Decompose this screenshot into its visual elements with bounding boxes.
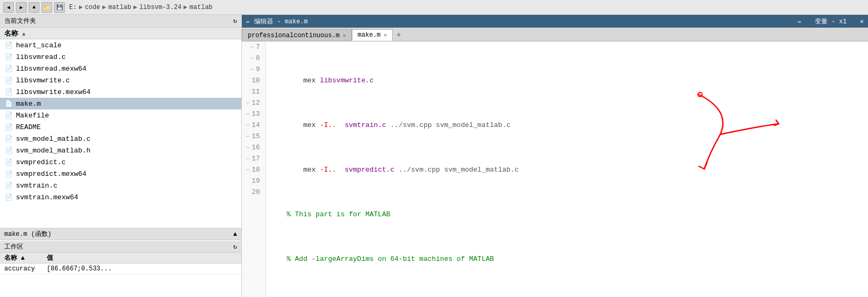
var-value: [86.6667;0.533... (47, 265, 237, 273)
functions-label: make.m (函数) (4, 230, 52, 239)
workspace-panel-header: 工作区 ↻ (0, 241, 241, 253)
vars-close-btn[interactable]: ✕ (860, 18, 864, 26)
functions-panel-header: make.m (函数) ▲ (0, 228, 241, 240)
code-line-11: % Add -largeArrayDims on 64-bit machines… (270, 253, 868, 265)
file-name: libsvmread.c (16, 53, 66, 61)
tab-make[interactable]: make.m ✕ (352, 29, 393, 41)
list-item[interactable]: libsvmread.mexw64 (0, 63, 241, 74)
file-name: svm_model_matlab.c (16, 135, 90, 143)
code-line-7: mex libsvmwrite.c (270, 75, 868, 86)
save-button[interactable]: 💾 (54, 2, 65, 13)
code-line-9: mex -I.. svmpredict.c ../svm.cpp svm_mod… (270, 164, 868, 175)
file-name: heart_scale (16, 41, 62, 49)
list-item[interactable]: heart_scale (0, 39, 241, 51)
file-icon (4, 88, 13, 96)
current-folder-label: 当前文件夹 (4, 16, 36, 26)
list-item[interactable]: svm_model_matlab.h (0, 145, 241, 156)
line-num-15: —15 (242, 131, 262, 142)
tab-professional-label: professionalcontinuous.m (248, 32, 340, 39)
line-num-8: —8 (242, 53, 262, 64)
file-list-header: 名称 ▲ (0, 28, 241, 39)
file-name: make.m (16, 100, 41, 108)
var-name: accuracy (4, 265, 47, 273)
workspace-table: 名称 ▲ 值 accuracy [86.6667;0.533... (0, 253, 241, 297)
file-icon (4, 111, 13, 120)
line-num-17: —17 (242, 153, 262, 164)
line-num-11: 11 (242, 86, 262, 97)
tab-make-close-icon[interactable]: ✕ (384, 32, 387, 38)
file-name: svmpredict.c (16, 158, 66, 166)
file-icon (4, 146, 13, 155)
list-item[interactable]: Makefile (0, 109, 241, 121)
list-item[interactable]: README (0, 121, 241, 133)
tab-professional[interactable]: professionalcontinuous.m ✕ (242, 29, 352, 41)
main-layout: 当前文件夹 ↻ 名称 ▲ heart_scale libsvmread.c li… (0, 15, 868, 297)
list-item[interactable]: svmtrain.c (0, 180, 241, 191)
list-item[interactable]: svmtrain.mexw64 (0, 191, 241, 203)
panel-refresh-icon[interactable]: ↻ (233, 17, 237, 25)
line-num-16: —16 (242, 142, 262, 153)
line-num-10: 10 (242, 75, 262, 86)
file-icon (4, 158, 13, 166)
line-num-14: —14 (242, 120, 262, 131)
file-panel-header: 当前文件夹 ↻ (0, 15, 241, 28)
file-name: libsvmwrite.mexw64 (16, 88, 90, 96)
breadcrumb-code[interactable]: code (85, 4, 100, 11)
line-num-12: —12 (242, 97, 262, 108)
file-icon (4, 76, 13, 84)
workspace-table-header: 名称 ▲ 值 (0, 253, 241, 264)
list-item[interactable]: libsvmwrite.mexw64 (0, 86, 241, 98)
col-name-header: 名称 ▲ (4, 253, 47, 262)
code-container: —7 —8 —9 10 11 —12 —13 —14 —15 —16 —17 —… (242, 41, 868, 297)
breadcrumb-matlab2[interactable]: matlab (190, 4, 213, 11)
editor-panel: ✏️ 编辑器 - make.m ⊙ ✕ ✏️ 变量 - x1 ✕ profess… (242, 15, 868, 297)
code-line-8: mex -I.. svmtrain.c ../svm.cpp svm_model… (270, 120, 868, 131)
breadcrumb-matlab[interactable]: matlab (108, 4, 131, 11)
add-tab-button[interactable]: + (393, 29, 404, 41)
line-num-13: —13 (242, 108, 262, 120)
line-num-20: 20 (242, 186, 262, 198)
list-item[interactable]: svm_model_matlab.c (0, 133, 241, 145)
line-num-19: 19 (242, 175, 262, 186)
file-icon (4, 181, 13, 190)
workspace-row[interactable]: accuracy [86.6667;0.533... (0, 264, 241, 274)
vars-panel-icon: ✏️ (798, 18, 802, 26)
list-item-selected[interactable]: make.m (0, 98, 241, 109)
top-toolbar: ◀ ▶ ▲ 📁 💾 E: ▶ code ▶ matlab ▶ libsvm-3.… (0, 0, 868, 15)
forward-button[interactable]: ▶ (16, 2, 27, 13)
file-name: libsvmwrite.c (16, 77, 70, 84)
file-name: README (16, 123, 41, 131)
back-button[interactable]: ◀ (3, 2, 14, 13)
file-icon (4, 53, 13, 61)
file-name: Makefile (16, 112, 49, 120)
list-item[interactable]: svmpredict.c (0, 156, 241, 168)
list-item[interactable]: libsvmread.c (0, 51, 241, 63)
file-name: svm_model_matlab.h (16, 147, 90, 155)
code-lines[interactable]: mex libsvmwrite.c mex -I.. svmtrain.c ..… (266, 41, 868, 297)
folder-button[interactable]: 📁 (41, 2, 52, 13)
file-name: libsvmread.mexw64 (16, 65, 87, 73)
functions-expand-icon[interactable]: ▲ (233, 231, 237, 238)
breadcrumb-e[interactable]: E: (69, 4, 77, 11)
up-button[interactable]: ▲ (29, 2, 39, 13)
file-icon (4, 123, 13, 131)
editor-title: 编辑器 - make.m (254, 17, 308, 26)
line-num-9: —9 (242, 64, 262, 75)
left-panel: 当前文件夹 ↻ 名称 ▲ heart_scale libsvmread.c li… (0, 15, 242, 297)
file-icon (4, 193, 13, 201)
list-item[interactable]: libsvmwrite.c (0, 74, 241, 86)
workspace-expand-icon[interactable]: ↻ (233, 243, 237, 251)
name-col-header: 名称 ▲ (4, 29, 26, 38)
tab-close-icon[interactable]: ✕ (343, 32, 346, 39)
file-icon (4, 41, 13, 49)
editor-icon: ✏️ (246, 18, 250, 26)
file-name: svmtrain.c (16, 182, 57, 190)
file-icon (4, 99, 13, 108)
workspace-label: 工作区 (4, 242, 23, 251)
file-icon (4, 134, 13, 143)
list-item[interactable]: svmpredict.mexw64 (0, 168, 241, 180)
breadcrumb-libsvm[interactable]: libsvm-3.24 (139, 4, 181, 11)
line-numbers: —7 —8 —9 10 11 —12 —13 —14 —15 —16 —17 —… (242, 41, 266, 297)
breadcrumb: E: ▶ code ▶ matlab ▶ libsvm-3.24 ▶ matla… (69, 3, 213, 11)
bottom-left-panels: make.m (函数) ▲ 工作区 ↻ 名称 ▲ 值 accuracy [86.… (0, 228, 241, 297)
